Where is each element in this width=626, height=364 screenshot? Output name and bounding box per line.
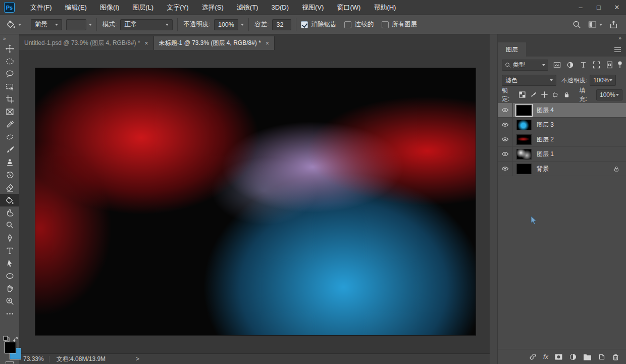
document-tab-untitled1psd[interactable]: Untitled-1.psd @ 73.9% (图层 4, RGB/8#) * … <box>19 36 154 50</box>
menu-3d[interactable]: 3D(D) <box>265 0 295 15</box>
move-tool[interactable] <box>0 42 19 55</box>
add-layer-mask-icon[interactable] <box>554 353 563 360</box>
minimize-button[interactable]: – <box>571 0 590 15</box>
lasso-tool[interactable] <box>0 68 19 80</box>
filter-shape-layers-icon[interactable] <box>593 61 600 69</box>
layer-thumbnail[interactable] <box>516 149 532 160</box>
layer-thumbnail[interactable] <box>516 120 532 130</box>
filter-type-layers-icon[interactable] <box>580 61 587 69</box>
fill-input[interactable]: 100% <box>596 89 622 100</box>
lock-image-pixels-icon[interactable] <box>530 91 537 98</box>
layer-row-layer2[interactable]: 图层 2 <box>498 132 626 147</box>
fill-source-select[interactable]: 前景 <box>31 19 62 30</box>
all-layers-checkbox[interactable] <box>382 21 389 28</box>
foreground-color-swatch[interactable] <box>5 342 16 353</box>
elliptical-marquee-tool[interactable] <box>0 55 19 68</box>
zoom-level-field[interactable]: 73.33% <box>19 355 49 362</box>
brush-tool[interactable] <box>0 143 19 156</box>
type-tool[interactable] <box>0 244 19 257</box>
lock-position-icon[interactable] <box>541 91 548 98</box>
visibility-eye-icon[interactable] <box>498 118 513 132</box>
dodge-tool[interactable] <box>0 219 19 232</box>
frame-tool[interactable] <box>0 106 19 118</box>
canvas-image[interactable] <box>35 68 476 336</box>
lock-artboard-icon[interactable] <box>552 91 559 98</box>
search-icon[interactable] <box>572 20 581 29</box>
filter-smart-objects-icon[interactable] <box>606 61 613 69</box>
history-brush-tool[interactable] <box>0 169 19 181</box>
layer-name[interactable]: 图层 4 <box>537 106 554 115</box>
delete-layer-trash-icon[interactable] <box>612 353 619 361</box>
hand-tool[interactable] <box>0 282 19 295</box>
menu-view[interactable]: 视图(V) <box>295 0 330 15</box>
layer-row-layer3[interactable]: 图层 3 <box>498 118 626 132</box>
menu-window[interactable]: 窗口(W) <box>330 0 367 15</box>
visibility-eye-icon[interactable] <box>498 103 513 117</box>
smudge-tool[interactable] <box>0 206 19 219</box>
object-selection-tool[interactable] <box>0 80 19 93</box>
filter-type-select[interactable]: 类型 <box>502 60 548 71</box>
clone-stamp-tool[interactable] <box>0 156 19 169</box>
opacity-input[interactable]: 100% <box>214 19 238 30</box>
menu-file[interactable]: 文件(F) <box>24 0 59 15</box>
panel-menu-icon[interactable] <box>609 42 626 57</box>
menu-select[interactable]: 选择(S) <box>195 0 230 15</box>
paint-bucket-tool-selected[interactable] <box>0 194 19 206</box>
link-layers-icon[interactable] <box>529 352 537 361</box>
maximize-button[interactable]: □ <box>590 0 608 15</box>
filter-toggle-switch[interactable] <box>617 61 622 69</box>
close-tab-icon[interactable]: × <box>145 40 148 47</box>
close-button[interactable]: ✕ <box>608 0 626 15</box>
lock-all-icon[interactable] <box>563 91 570 98</box>
layer-name[interactable]: 图层 3 <box>537 121 554 129</box>
crop-tool[interactable] <box>0 93 19 106</box>
layer-row-background[interactable]: 背景 <box>498 162 626 176</box>
menu-edit[interactable]: 编辑(E) <box>59 0 93 15</box>
menu-help[interactable]: 帮助(H) <box>367 0 402 15</box>
layer-thumbnail[interactable] <box>516 105 532 116</box>
dock-collapse-chevron[interactable]: » <box>498 34 626 42</box>
filter-adjustment-layers-icon[interactable] <box>566 61 574 69</box>
new-adjustment-layer-icon[interactable] <box>569 353 577 361</box>
screen-mode-button[interactable] <box>6 361 14 363</box>
path-selection-tool[interactable] <box>0 257 19 270</box>
menu-image[interactable]: 图像(I) <box>93 0 126 15</box>
layer-thumbnail[interactable] <box>516 164 532 174</box>
status-options-chevron[interactable]: > <box>136 355 139 362</box>
zoom-tool[interactable] <box>0 295 19 307</box>
eyedropper-tool[interactable] <box>0 118 19 131</box>
tab-layers[interactable]: 图层 <box>498 42 526 57</box>
eraser-tool[interactable] <box>0 181 19 194</box>
new-group-folder-icon[interactable] <box>583 353 592 360</box>
layer-name[interactable]: 背景 <box>537 165 549 173</box>
filter-pixel-layers-icon[interactable] <box>553 61 561 69</box>
pen-tool[interactable] <box>0 232 19 244</box>
menu-type[interactable]: 文字(Y) <box>160 0 195 15</box>
menu-filter[interactable]: 滤镜(T) <box>230 0 265 15</box>
lock-transparent-pixels-icon[interactable] <box>519 91 526 98</box>
layer-thumbnail[interactable] <box>516 134 532 145</box>
mode-select[interactable]: 正常 <box>120 19 173 30</box>
blend-mode-select[interactable]: 滤色 <box>502 75 556 86</box>
edit-toolbar-ellipsis[interactable] <box>0 307 19 320</box>
layer-row-layer1[interactable]: 图层 1 <box>498 147 626 162</box>
share-icon[interactable] <box>609 20 618 29</box>
contiguous-checkbox[interactable] <box>344 21 351 28</box>
document-tab-untitled1-active[interactable]: 未标题-1 @ 73.3% (图层 4, RGB/8#) * × <box>154 36 275 50</box>
layer-style-fx-button[interactable]: fx <box>543 353 548 360</box>
visibility-eye-icon[interactable] <box>498 162 513 176</box>
anti-alias-checkbox[interactable] <box>301 21 308 28</box>
tolerance-input[interactable]: 32 <box>272 19 291 30</box>
layer-name[interactable]: 图层 2 <box>537 135 554 144</box>
ellipse-shape-tool[interactable] <box>0 270 19 282</box>
menu-layer[interactable]: 图层(L) <box>126 0 160 15</box>
tool-preset-picker[interactable] <box>6 20 21 29</box>
layer-row-layer4[interactable]: 图层 4 <box>498 103 626 118</box>
layer-opacity-input[interactable]: 100% <box>590 75 616 86</box>
close-tab-icon[interactable]: × <box>266 40 269 47</box>
visibility-eye-icon[interactable] <box>498 147 513 161</box>
layer-name[interactable]: 图层 1 <box>537 150 554 159</box>
visibility-eye-icon[interactable] <box>498 132 513 146</box>
toolbox-collapse-chevron[interactable]: » <box>0 34 19 42</box>
spot-healing-brush-tool[interactable] <box>0 131 19 143</box>
